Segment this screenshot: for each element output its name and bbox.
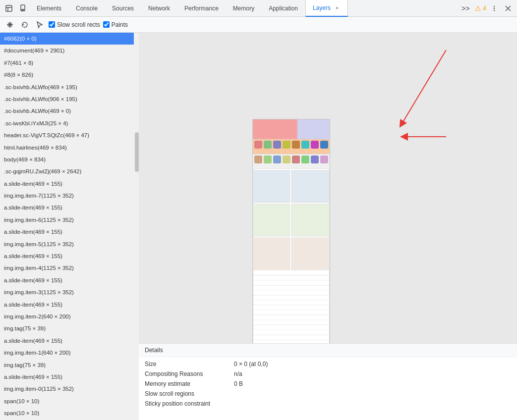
toolbar: Slow scroll rects Paints xyxy=(0,17,517,33)
svg-rect-25 xyxy=(320,141,328,149)
layer-item[interactable]: a.slide-item(469 × 155) xyxy=(0,178,134,190)
layer-item[interactable]: a.slide-item(469 × 155) xyxy=(0,335,134,347)
layer-item[interactable]: img.tag(75 × 39) xyxy=(0,322,134,334)
layer-item[interactable]: img.img.item-7(1125 × 352) xyxy=(0,190,134,202)
layer-item[interactable]: span(10 × 10) xyxy=(0,407,134,419)
paints-checkbox-label[interactable]: Paints xyxy=(103,21,128,28)
layer-item[interactable]: .sc-gqjmRU.ZwlZj(469 × 2642) xyxy=(0,165,134,177)
layer-item[interactable]: body(469 × 834) xyxy=(0,154,134,165)
detail-row: Slow scroll regions xyxy=(139,389,517,399)
layer-item[interactable]: a.slide-item(469 × 155) xyxy=(0,274,134,286)
layer-item[interactable]: span(10 × 10) xyxy=(0,395,134,407)
scrollbar-thumb[interactable] xyxy=(135,132,139,172)
detail-label: Size xyxy=(145,361,234,368)
canvas-area[interactable] xyxy=(139,33,517,343)
tab-console[interactable]: Console xyxy=(69,0,105,17)
detail-row: Size0 × 0 (at 0,0) xyxy=(139,359,517,369)
tab-bar: Elements Console Sources Network Perform… xyxy=(0,0,517,17)
svg-rect-33 xyxy=(311,156,319,163)
select-tool-button[interactable] xyxy=(34,19,46,31)
svg-rect-24 xyxy=(311,141,319,149)
pan-tool-button[interactable] xyxy=(4,19,16,31)
layer-item[interactable]: a.slide-item(469 × 155) xyxy=(0,371,134,383)
warning-badge[interactable]: ⚠ 4 xyxy=(475,4,486,12)
svg-rect-3 xyxy=(21,5,25,11)
tab-sources[interactable]: Sources xyxy=(105,0,141,17)
detail-row: Memory estimate0 B xyxy=(139,379,517,389)
detail-value: 0 B xyxy=(234,380,243,387)
layer-item[interactable]: .sc-iwsKbl.iYxMJI(25 × 4) xyxy=(0,117,134,129)
svg-rect-38 xyxy=(291,204,330,236)
main-area: #6062(0 × 0)#document(469 × 2901)#7(461 … xyxy=(0,33,517,420)
layer-list[interactable]: #6062(0 × 0)#document(469 × 2901)#7(461 … xyxy=(0,33,134,420)
tab-elements-label: Elements xyxy=(37,5,61,12)
warning-icon: ⚠ xyxy=(475,4,481,12)
tab-performance[interactable]: Performance xyxy=(177,0,226,17)
layer-item[interactable]: .sc-bxivhb.ALWfo(906 × 195) xyxy=(0,93,134,105)
detail-value: n/a xyxy=(234,370,242,377)
svg-rect-30 xyxy=(283,156,290,163)
svg-line-12 xyxy=(402,50,446,124)
scrollbar[interactable] xyxy=(134,33,139,420)
details-body: Size0 × 0 (at 0,0)Compositing Reasonsn/a… xyxy=(139,357,517,411)
details-header[interactable]: Details xyxy=(139,344,517,357)
layer-item[interactable]: img.img.item-3(1125 × 352) xyxy=(0,286,134,298)
detail-label: Compositing Reasons xyxy=(145,370,234,377)
svg-rect-19 xyxy=(264,141,272,149)
tab-network[interactable]: Network xyxy=(141,0,177,17)
svg-rect-22 xyxy=(292,141,300,149)
detail-row: Sticky position constraint xyxy=(139,399,517,409)
layer-item[interactable]: a.slide-item(469 × 155) xyxy=(0,250,134,262)
layer-item[interactable]: img.img.item-0(1125 × 352) xyxy=(0,383,134,395)
svg-point-7 xyxy=(494,9,495,10)
svg-rect-21 xyxy=(283,141,290,149)
layer-item[interactable]: img.img.item-1(640 × 200) xyxy=(0,347,134,359)
layer-item[interactable]: #8(8 × 826) xyxy=(0,69,134,81)
svg-rect-0 xyxy=(6,5,12,11)
layer-item[interactable]: a.slide-item(469 × 155) xyxy=(0,299,134,311)
detail-value: 0 × 0 (at 0,0) xyxy=(234,361,268,368)
layer-item[interactable]: html.hairlines(469 × 834) xyxy=(0,142,134,154)
paints-checkbox[interactable] xyxy=(103,21,110,28)
layer-item[interactable]: img.img.item-5(1125 × 352) xyxy=(0,238,134,250)
left-wrapper: #6062(0 × 0)#document(469 × 2901)#7(461 … xyxy=(0,33,139,420)
details-panel: Details Size0 × 0 (at 0,0)Compositing Re… xyxy=(139,343,517,420)
svg-rect-28 xyxy=(264,156,272,163)
close-devtools-button[interactable] xyxy=(502,2,514,14)
layer-item[interactable]: header.sc-VigVT.SQtZc(469 × 47) xyxy=(0,129,134,141)
layer-item[interactable]: a.slide-item(469 × 155) xyxy=(0,226,134,238)
svg-rect-23 xyxy=(301,141,309,149)
reset-view-button[interactable] xyxy=(19,19,31,31)
layer-visualization xyxy=(139,33,517,343)
layer-item[interactable]: img.img.item-4(1125 × 352) xyxy=(0,262,134,274)
slow-scroll-rects-checkbox[interactable] xyxy=(49,21,55,28)
tab-memory-label: Memory xyxy=(233,5,254,12)
svg-rect-27 xyxy=(254,156,262,163)
layer-item[interactable]: #document(469 × 2901) xyxy=(0,45,134,56)
tab-memory[interactable]: Memory xyxy=(226,0,262,17)
layer-item[interactable]: #7(461 × 8) xyxy=(0,57,134,69)
svg-rect-20 xyxy=(273,141,281,149)
tab-application[interactable]: Application xyxy=(262,0,305,17)
slow-scroll-rects-label: Slow scroll rects xyxy=(57,21,100,28)
tab-overflow[interactable]: >> xyxy=(459,4,473,12)
tab-layers[interactable]: Layers × xyxy=(305,0,348,17)
tab-console-label: Console xyxy=(76,5,98,12)
slow-scroll-rects-checkbox-label[interactable]: Slow scroll rects xyxy=(49,21,100,28)
tab-elements[interactable]: Elements xyxy=(30,0,69,17)
layer-item[interactable]: a.slide-item(469 × 155) xyxy=(0,202,134,213)
tab-bar-right: >> ⚠ 4 xyxy=(459,2,517,14)
layer-item[interactable]: #6062(0 × 0) xyxy=(0,33,134,45)
inspect-icon[interactable] xyxy=(2,1,16,15)
more-options-button[interactable] xyxy=(488,2,500,14)
svg-rect-4 xyxy=(22,9,24,10)
layer-item[interactable]: img.tag(75 × 39) xyxy=(0,359,134,371)
layer-item[interactable]: .sc-bxivhb.ALWfo(469 × 0) xyxy=(0,105,134,117)
device-icon[interactable] xyxy=(16,1,30,15)
layer-item[interactable]: img.img.item-2(640 × 200) xyxy=(0,311,134,322)
layer-item[interactable]: .sc-bxivhb.ALWfo(469 × 195) xyxy=(0,81,134,93)
svg-rect-16 xyxy=(297,119,330,139)
tab-performance-label: Performance xyxy=(184,5,219,12)
tab-layers-close[interactable]: × xyxy=(334,4,341,11)
layer-item[interactable]: img.img.item-6(1125 × 352) xyxy=(0,214,134,226)
